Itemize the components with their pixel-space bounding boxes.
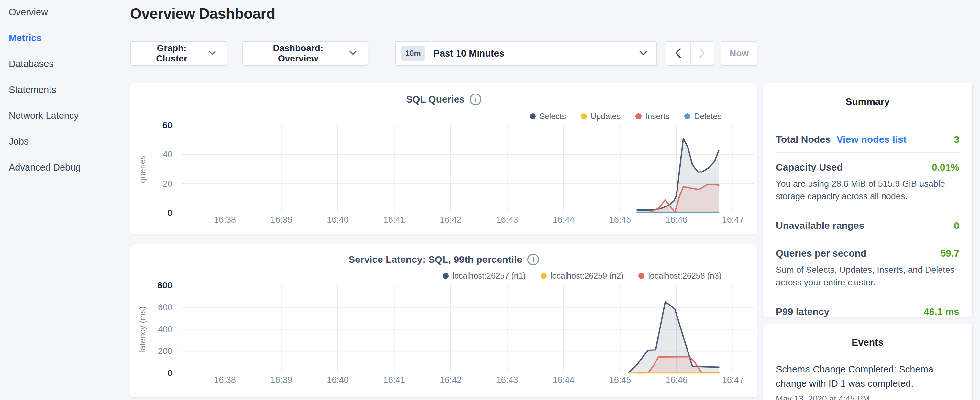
sidebar-item-metrics[interactable]: Metrics [9, 32, 130, 43]
service-latency-plot[interactable]: 16:3816:3916:4016:4116:4216:4316:4416:45… [130, 244, 758, 399]
sidebar-item-jobs[interactable]: Jobs [9, 136, 130, 147]
right-column: Summary Total NodesView nodes list3Capac… [763, 83, 972, 400]
summary-panel: Summary Total NodesView nodes list3Capac… [763, 83, 972, 317]
svg-text:16:39: 16:39 [270, 375, 293, 385]
sidebar-item-databases[interactable]: Databases [9, 58, 130, 69]
chevron-down-icon [209, 51, 216, 56]
sidebar-item-network-latency[interactable]: Network Latency [9, 110, 130, 121]
chevron-right-icon [699, 48, 705, 59]
graph-dropdown[interactable]: Graph: Cluster [130, 41, 228, 66]
chevron-down-icon [349, 51, 356, 56]
summary-label: Total Nodes [776, 134, 830, 145]
svg-text:16:42: 16:42 [440, 375, 462, 385]
svg-text:16:45: 16:45 [609, 215, 631, 225]
summary-label: P99 latency [776, 306, 829, 317]
svg-text:16:38: 16:38 [214, 375, 236, 385]
svg-text:16:40: 16:40 [327, 375, 349, 385]
summary-value: 0 [954, 220, 959, 231]
app-root: OverviewMetricsDatabasesStatementsNetwor… [0, 0, 980, 400]
svg-text:0: 0 [167, 208, 172, 218]
summary-value: 46.1 ms [924, 306, 959, 317]
svg-text:16:47: 16:47 [722, 375, 744, 385]
svg-text:16:38: 16:38 [214, 215, 236, 225]
svg-text:20: 20 [163, 179, 172, 189]
summary-value: 59.7 [940, 248, 959, 259]
svg-text:60: 60 [162, 120, 172, 130]
svg-text:200: 200 [158, 346, 172, 356]
events-title: Events [776, 337, 959, 348]
svg-text:40: 40 [163, 150, 172, 159]
sidebar-item-overview[interactable]: Overview [9, 6, 130, 18]
summary-value: 3 [954, 134, 959, 145]
main-column: Overview Dashboard Graph: Cluster Dashbo… [130, 0, 757, 400]
time-window-badge: 10m [401, 46, 425, 61]
summary-label: Capacity Used [776, 162, 843, 173]
summary-title: Summary [776, 96, 959, 107]
time-step-buttons [665, 41, 714, 66]
view-nodes-link[interactable]: View nodes list [836, 134, 906, 145]
svg-text:16:47: 16:47 [722, 215, 744, 225]
dashboard-dropdown[interactable]: Dashboard: Overview [242, 41, 368, 66]
svg-text:16:39: 16:39 [270, 215, 293, 225]
page-title: Overview Dashboard [130, 5, 757, 23]
summary-label: Queries per second [776, 248, 866, 259]
time-window-label: Past 10 Minutes [434, 48, 504, 59]
time-back-button[interactable] [666, 42, 690, 65]
svg-text:600: 600 [158, 303, 172, 312]
svg-text:16:46: 16:46 [665, 215, 687, 225]
summary-description: You are using 28.6 MiB of 515.9 GiB usab… [776, 178, 959, 203]
sql-queries-chart-card: SQL Queries i SelectsUpdatesInsertsDelet… [130, 83, 757, 234]
dashboard-dropdown-label: Dashboard: Overview [254, 43, 342, 64]
svg-text:16:42: 16:42 [440, 215, 462, 225]
controls-bar: Graph: Cluster Dashboard: Overview 10m P… [130, 41, 757, 66]
summary-value: 0.01% [932, 162, 959, 173]
svg-text:16:41: 16:41 [383, 215, 406, 225]
summary-label: Unavailable ranges [776, 220, 864, 231]
summary-row: P99 latency46.1 ms [776, 297, 959, 325]
svg-text:latency (ms): latency (ms) [137, 306, 147, 352]
service-latency-chart-card: Service Latency: SQL, 99th percentile i … [130, 244, 757, 398]
controls-divider [384, 41, 384, 66]
svg-text:16:44: 16:44 [553, 375, 574, 385]
event-text: Schema Change Completed: Schema change w… [776, 362, 959, 390]
svg-text:800: 800 [157, 280, 172, 290]
svg-text:16:43: 16:43 [496, 215, 518, 225]
events-panel: Events Schema Change Completed: Schema c… [763, 324, 972, 400]
now-button[interactable]: Now [721, 41, 757, 66]
svg-text:16:46: 16:46 [665, 375, 687, 385]
svg-text:0: 0 [167, 368, 172, 378]
time-forward-button[interactable] [690, 42, 714, 65]
svg-text:queries: queries [137, 155, 147, 183]
graph-dropdown-label: Graph: Cluster [142, 43, 202, 64]
summary-row: Capacity Used0.01%You are using 28.6 MiB… [776, 153, 959, 211]
sidebar-item-advanced-debug[interactable]: Advanced Debug [9, 162, 130, 173]
chevron-down-icon [639, 51, 648, 57]
event-timestamp: May 13, 2020 at 4:45 PM [776, 394, 959, 400]
svg-text:16:43: 16:43 [496, 375, 518, 385]
summary-description: Sum of Selects, Updates, Inserts, and De… [776, 264, 959, 289]
sidebar-item-statements[interactable]: Statements [9, 84, 130, 95]
svg-text:16:40: 16:40 [327, 215, 349, 225]
event-item[interactable]: Schema Change Completed: Schema change w… [776, 362, 959, 400]
svg-text:16:45: 16:45 [609, 375, 631, 385]
sql-queries-plot[interactable]: 16:3816:3916:4016:4116:4216:4316:4416:45… [130, 83, 758, 236]
svg-text:16:41: 16:41 [383, 375, 406, 385]
svg-text:16:44: 16:44 [553, 215, 574, 225]
summary-row: Total NodesView nodes list3 [776, 125, 959, 153]
time-window-dropdown[interactable]: 10m Past 10 Minutes [395, 41, 657, 66]
sidebar-nav: OverviewMetricsDatabasesStatementsNetwor… [0, 0, 130, 400]
content-area: Overview Dashboard Graph: Cluster Dashbo… [130, 0, 980, 400]
chevron-left-icon [675, 48, 681, 59]
summary-row: Queries per second59.7Sum of Selects, Up… [776, 239, 959, 297]
svg-text:400: 400 [158, 325, 172, 334]
summary-row: Unavailable ranges0 [776, 211, 959, 239]
